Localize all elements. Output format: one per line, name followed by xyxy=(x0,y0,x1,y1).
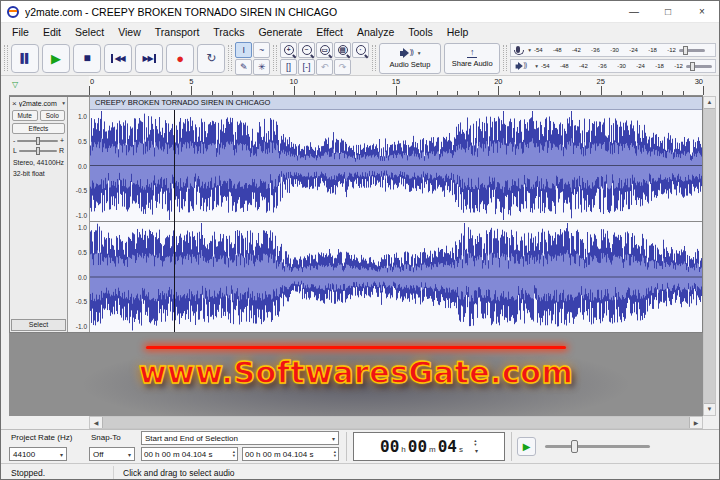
timeline-ruler[interactable]: ▽ 051015202530 xyxy=(9,76,703,96)
playback-speed-slider[interactable] xyxy=(545,445,650,448)
horizontal-scrollbar[interactable]: ◀ ▶ xyxy=(89,416,703,429)
track-select-button[interactable]: Select xyxy=(11,319,66,331)
effects-button[interactable]: Effects xyxy=(12,123,65,134)
project-rate-combo[interactable]: 44100 ▾ xyxy=(9,447,67,461)
menu-item[interactable]: Tools xyxy=(401,23,440,41)
gain-slider[interactable] xyxy=(17,140,58,142)
play-button[interactable]: ▶ xyxy=(42,44,70,73)
track-area: × y2mate.com ▾ Mute Solo Effects - + L R xyxy=(9,96,703,333)
track-close-icon[interactable]: × xyxy=(12,99,17,108)
clip-title[interactable]: CREEPY BROKEN TORNADO SIREN IN CHICAGO xyxy=(90,97,702,110)
zoom-fit-button[interactable]: ▤ xyxy=(334,42,351,58)
gain-slider-thumb[interactable] xyxy=(36,137,40,145)
watermark-line xyxy=(146,346,566,349)
meter-scale-value: -30 xyxy=(617,63,626,69)
spin-down-icon[interactable]: ▾ xyxy=(233,454,235,458)
mute-button[interactable]: Mute xyxy=(12,110,38,121)
waveform-right-channel[interactable] xyxy=(90,221,702,332)
skip-to-start-button[interactable]: ◀◀ xyxy=(104,44,132,73)
menu-item[interactable]: Select xyxy=(68,23,111,41)
scroll-down-icon[interactable]: ▼ xyxy=(707,404,713,415)
waveform-channels[interactable] xyxy=(90,110,702,332)
vertical-scale-ruler[interactable]: 1.00.50.0-0.5-1.0 1.00.50.0-0.5-1.0 xyxy=(68,97,90,332)
menu-item[interactable]: Edit xyxy=(36,23,68,41)
pan-slider-thumb[interactable] xyxy=(36,147,40,155)
menu-item[interactable]: View xyxy=(111,23,148,41)
scroll-up-icon[interactable]: ▲ xyxy=(707,97,713,108)
time-minutes: 00 xyxy=(408,437,427,456)
playhead-pin-icon[interactable]: ▽ xyxy=(12,80,18,89)
speed-slider-thumb[interactable] xyxy=(571,440,578,453)
toolbar-grip[interactable] xyxy=(372,45,376,71)
draw-tool-button[interactable]: ✎ xyxy=(235,59,252,75)
scroll-right-icon[interactable]: ▶ xyxy=(690,419,702,426)
vertical-scrollbar[interactable]: ▲ ▼ xyxy=(703,96,716,416)
play-at-speed-button[interactable]: ▶ xyxy=(517,437,536,456)
ruler-scale[interactable]: 051015202530 xyxy=(89,76,703,95)
skip-to-end-button[interactable]: ▶▶ xyxy=(135,44,163,73)
recording-volume-slider[interactable] xyxy=(679,49,705,52)
track-menu-icon[interactable]: ▾ xyxy=(62,100,65,106)
recording-meter[interactable]: ▾ -54-48-42-36-30-24-18-12 xyxy=(510,43,716,57)
menu-item[interactable]: File xyxy=(5,23,36,41)
maximize-button[interactable]: □ xyxy=(651,1,685,22)
vertical-scale-right-channel: 1.00.50.0-0.5-1.0 xyxy=(68,221,89,332)
scroll-left-icon[interactable]: ◀ xyxy=(90,419,102,426)
selection-mode-combo[interactable]: Start and End of Selection ▾ xyxy=(141,431,339,445)
undo-button[interactable]: ↶ xyxy=(316,59,333,75)
track-name[interactable]: y2mate.com xyxy=(19,100,59,107)
playback-meter[interactable]: ▾ -54-48-42-36-30-24-18-12 xyxy=(510,59,716,73)
toolbar-grip[interactable] xyxy=(4,45,8,71)
zoom-in-button[interactable]: + xyxy=(280,42,297,58)
vertical-scrollbar-thumb[interactable] xyxy=(704,108,715,404)
chevron-down-icon[interactable]: ▾ xyxy=(475,447,478,454)
zoom-toggle-button[interactable]: · xyxy=(352,42,369,58)
multi-tool-button[interactable]: ✳ xyxy=(253,59,270,75)
pan-slider[interactable] xyxy=(19,150,57,152)
stop-button[interactable]: ■ xyxy=(73,44,101,73)
redo-button[interactable]: ↷ xyxy=(334,59,351,75)
selection-time-display[interactable]: 00 h 00 m 04 s ▴ ▾ ▾ xyxy=(353,432,505,461)
menu-item[interactable]: Help xyxy=(440,23,476,41)
waveform-zone[interactable]: CREEPY BROKEN TORNADO SIREN IN CHICAGO xyxy=(90,97,702,332)
selection-tool-button[interactable]: I xyxy=(235,42,252,58)
selection-start-field[interactable]: 00 h 00 m 04.104 s ▴ ▾ xyxy=(141,447,238,461)
audio-setup-button[interactable]: ▾ Audio Setup xyxy=(379,43,441,74)
snap-to-combo[interactable]: Off ▾ xyxy=(89,447,135,461)
envelope-tool-button[interactable]: ~ xyxy=(253,42,270,58)
zoom-out-button[interactable]: − xyxy=(298,42,315,58)
minimize-button[interactable]: — xyxy=(617,1,651,22)
menu-item[interactable]: Effect xyxy=(309,23,350,41)
menu-item[interactable]: Analyze xyxy=(350,23,401,41)
menu-item[interactable]: Transport xyxy=(148,23,207,41)
slider-thumb[interactable] xyxy=(683,46,688,55)
slider-thumb[interactable] xyxy=(690,62,695,71)
spinner-icons[interactable]: ▴ ▾ xyxy=(332,450,336,458)
horizontal-scrollbar-thumb[interactable] xyxy=(102,417,690,428)
waveform-canvas-right[interactable] xyxy=(90,222,702,332)
pause-button[interactable]: ▌▌ xyxy=(11,44,39,73)
share-audio-button[interactable]: ↑ Share Audio xyxy=(444,43,500,74)
selection-end-field[interactable]: 00 h 00 m 04.104 s ▴ ▾ xyxy=(242,447,339,461)
trim-audio-button[interactable]: [] xyxy=(280,59,297,75)
waveform-canvas-left[interactable] xyxy=(90,110,702,221)
playback-volume-slider[interactable] xyxy=(686,65,712,68)
silence-audio-button[interactable]: [-] xyxy=(298,59,315,75)
toolbar-grip[interactable] xyxy=(503,45,507,71)
toolbar-grip[interactable] xyxy=(273,45,277,71)
solo-button[interactable]: Solo xyxy=(40,110,66,121)
meter-scale-value: -30 xyxy=(610,47,619,53)
menu-item[interactable]: Generate xyxy=(251,23,309,41)
zoom-selection-button[interactable]: ▭ xyxy=(316,42,333,58)
loop-button[interactable]: ↻ xyxy=(197,44,225,73)
spin-down-icon[interactable]: ▾ xyxy=(334,454,336,458)
waveform-left-channel[interactable] xyxy=(90,110,702,221)
close-button[interactable]: × xyxy=(685,1,719,22)
status-separator xyxy=(113,466,114,479)
menu-item[interactable]: Tracks xyxy=(206,23,251,41)
spinner-icons[interactable]: ▴ ▾ xyxy=(231,450,235,458)
menu-bar: FileEditSelectViewTransportTracksGenerat… xyxy=(1,23,719,41)
spinner-icons[interactable]: ▴ ▾ xyxy=(472,439,476,447)
toolbar-grip[interactable] xyxy=(228,45,232,71)
record-button[interactable]: ● xyxy=(166,44,194,73)
